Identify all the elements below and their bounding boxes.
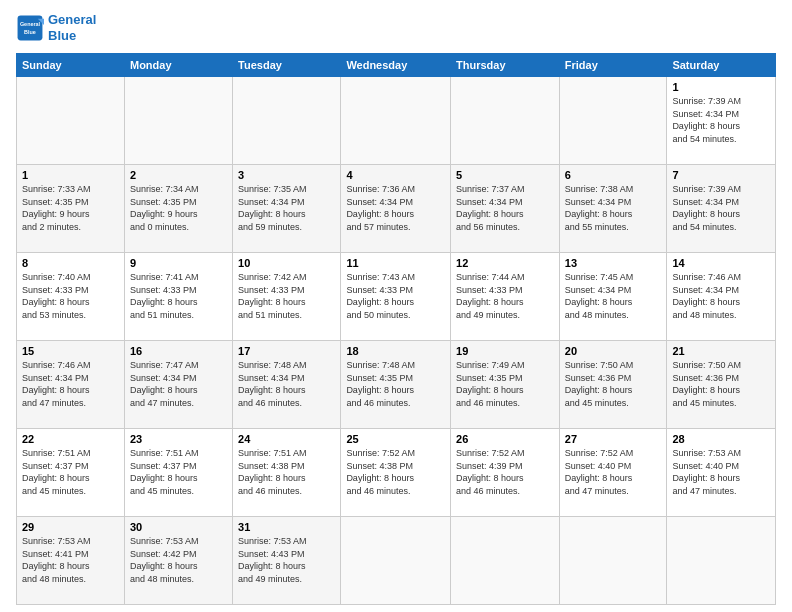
day-number: 5 [456,169,554,181]
day-info: Sunrise: 7:41 AMSunset: 4:33 PMDaylight:… [130,271,227,321]
day-header-tuesday: Tuesday [233,54,341,77]
day-info: Sunrise: 7:36 AMSunset: 4:34 PMDaylight:… [346,183,445,233]
svg-text:Blue: Blue [24,29,36,35]
calendar-cell: 6Sunrise: 7:38 AMSunset: 4:34 PMDaylight… [559,165,667,253]
day-info: Sunrise: 7:43 AMSunset: 4:33 PMDaylight:… [346,271,445,321]
day-info: Sunrise: 7:48 AMSunset: 4:34 PMDaylight:… [238,359,335,409]
day-number: 22 [22,433,119,445]
day-header-saturday: Saturday [667,54,776,77]
day-number: 17 [238,345,335,357]
day-number: 18 [346,345,445,357]
day-number: 12 [456,257,554,269]
logo-text: General Blue [48,12,96,43]
calendar-cell [559,77,667,165]
calendar-cell: 16Sunrise: 7:47 AMSunset: 4:34 PMDayligh… [124,341,232,429]
calendar-week-1: 1Sunrise: 7:39 AMSunset: 4:34 PMDaylight… [17,77,776,165]
day-info: Sunrise: 7:35 AMSunset: 4:34 PMDaylight:… [238,183,335,233]
calendar-week-2: 1Sunrise: 7:33 AMSunset: 4:35 PMDaylight… [17,165,776,253]
calendar-table: SundayMondayTuesdayWednesdayThursdayFrid… [16,53,776,605]
calendar-cell [17,77,125,165]
day-info: Sunrise: 7:51 AMSunset: 4:38 PMDaylight:… [238,447,335,497]
day-number: 19 [456,345,554,357]
calendar-week-5: 22Sunrise: 7:51 AMSunset: 4:37 PMDayligh… [17,429,776,517]
day-number: 10 [238,257,335,269]
day-info: Sunrise: 7:46 AMSunset: 4:34 PMDaylight:… [672,271,770,321]
day-number: 2 [130,169,227,181]
calendar-cell: 9Sunrise: 7:41 AMSunset: 4:33 PMDaylight… [124,253,232,341]
day-info: Sunrise: 7:34 AMSunset: 4:35 PMDaylight:… [130,183,227,233]
calendar-cell: 2Sunrise: 7:34 AMSunset: 4:35 PMDaylight… [124,165,232,253]
calendar-week-6: 29Sunrise: 7:53 AMSunset: 4:41 PMDayligh… [17,517,776,605]
calendar-cell: 30Sunrise: 7:53 AMSunset: 4:42 PMDayligh… [124,517,232,605]
day-number: 21 [672,345,770,357]
calendar-cell [124,77,232,165]
calendar-cell [341,517,451,605]
day-header-monday: Monday [124,54,232,77]
calendar-cell: 14Sunrise: 7:46 AMSunset: 4:34 PMDayligh… [667,253,776,341]
calendar-cell: 8Sunrise: 7:40 AMSunset: 4:33 PMDaylight… [17,253,125,341]
day-number: 31 [238,521,335,533]
day-number: 4 [346,169,445,181]
day-number: 29 [22,521,119,533]
day-number: 8 [22,257,119,269]
day-number: 1 [22,169,119,181]
calendar-cell: 28Sunrise: 7:53 AMSunset: 4:40 PMDayligh… [667,429,776,517]
calendar-cell: 10Sunrise: 7:42 AMSunset: 4:33 PMDayligh… [233,253,341,341]
calendar-cell: 31Sunrise: 7:53 AMSunset: 4:43 PMDayligh… [233,517,341,605]
calendar-cell: 7Sunrise: 7:39 AMSunset: 4:34 PMDaylight… [667,165,776,253]
logo-icon: General Blue [16,14,44,42]
calendar-cell [451,77,560,165]
day-number: 14 [672,257,770,269]
calendar-cell: 26Sunrise: 7:52 AMSunset: 4:39 PMDayligh… [451,429,560,517]
day-info: Sunrise: 7:53 AMSunset: 4:41 PMDaylight:… [22,535,119,585]
calendar-week-4: 15Sunrise: 7:46 AMSunset: 4:34 PMDayligh… [17,341,776,429]
calendar-cell [667,517,776,605]
day-info: Sunrise: 7:51 AMSunset: 4:37 PMDaylight:… [130,447,227,497]
calendar-cell: 23Sunrise: 7:51 AMSunset: 4:37 PMDayligh… [124,429,232,517]
logo: General Blue General Blue [16,12,96,43]
day-header-thursday: Thursday [451,54,560,77]
day-number: 9 [130,257,227,269]
day-info: Sunrise: 7:48 AMSunset: 4:35 PMDaylight:… [346,359,445,409]
calendar-cell: 13Sunrise: 7:45 AMSunset: 4:34 PMDayligh… [559,253,667,341]
calendar-cell: 18Sunrise: 7:48 AMSunset: 4:35 PMDayligh… [341,341,451,429]
calendar-cell [233,77,341,165]
calendar-cell: 21Sunrise: 7:50 AMSunset: 4:36 PMDayligh… [667,341,776,429]
day-number: 20 [565,345,662,357]
day-number: 23 [130,433,227,445]
calendar-cell: 3Sunrise: 7:35 AMSunset: 4:34 PMDaylight… [233,165,341,253]
day-info: Sunrise: 7:50 AMSunset: 4:36 PMDaylight:… [565,359,662,409]
day-info: Sunrise: 7:39 AMSunset: 4:34 PMDaylight:… [672,95,770,145]
day-info: Sunrise: 7:40 AMSunset: 4:33 PMDaylight:… [22,271,119,321]
calendar-cell: 12Sunrise: 7:44 AMSunset: 4:33 PMDayligh… [451,253,560,341]
calendar-cell: 4Sunrise: 7:36 AMSunset: 4:34 PMDaylight… [341,165,451,253]
calendar-cell: 25Sunrise: 7:52 AMSunset: 4:38 PMDayligh… [341,429,451,517]
calendar-cell: 19Sunrise: 7:49 AMSunset: 4:35 PMDayligh… [451,341,560,429]
day-number: 3 [238,169,335,181]
calendar-cell: 20Sunrise: 7:50 AMSunset: 4:36 PMDayligh… [559,341,667,429]
day-number: 25 [346,433,445,445]
day-number: 1 [672,81,770,93]
day-number: 30 [130,521,227,533]
day-info: Sunrise: 7:47 AMSunset: 4:34 PMDaylight:… [130,359,227,409]
calendar-cell: 29Sunrise: 7:53 AMSunset: 4:41 PMDayligh… [17,517,125,605]
calendar-cell: 27Sunrise: 7:52 AMSunset: 4:40 PMDayligh… [559,429,667,517]
calendar-week-3: 8Sunrise: 7:40 AMSunset: 4:33 PMDaylight… [17,253,776,341]
day-info: Sunrise: 7:50 AMSunset: 4:36 PMDaylight:… [672,359,770,409]
day-number: 27 [565,433,662,445]
day-header-wednesday: Wednesday [341,54,451,77]
day-number: 24 [238,433,335,445]
calendar-cell: 15Sunrise: 7:46 AMSunset: 4:34 PMDayligh… [17,341,125,429]
day-info: Sunrise: 7:52 AMSunset: 4:38 PMDaylight:… [346,447,445,497]
page-header: General Blue General Blue [16,12,776,43]
day-info: Sunrise: 7:45 AMSunset: 4:34 PMDaylight:… [565,271,662,321]
day-info: Sunrise: 7:44 AMSunset: 4:33 PMDaylight:… [456,271,554,321]
calendar-page: General Blue General Blue SundayMondayTu… [0,0,792,612]
day-number: 6 [565,169,662,181]
calendar-cell: 22Sunrise: 7:51 AMSunset: 4:37 PMDayligh… [17,429,125,517]
day-info: Sunrise: 7:42 AMSunset: 4:33 PMDaylight:… [238,271,335,321]
day-info: Sunrise: 7:53 AMSunset: 4:43 PMDaylight:… [238,535,335,585]
day-number: 26 [456,433,554,445]
day-info: Sunrise: 7:37 AMSunset: 4:34 PMDaylight:… [456,183,554,233]
calendar-cell: 5Sunrise: 7:37 AMSunset: 4:34 PMDaylight… [451,165,560,253]
